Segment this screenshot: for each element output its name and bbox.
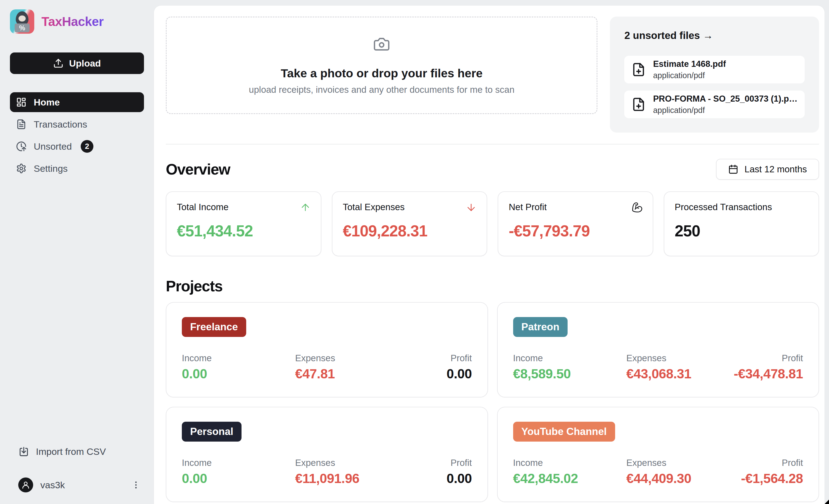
unsorted-files-link[interactable]: 2 unsorted files → (624, 30, 713, 41)
income-label: Income (182, 458, 295, 468)
expenses-label: Expenses (626, 353, 726, 363)
profit-label: Profit (726, 458, 803, 468)
sidebar-item-label: Home (34, 97, 60, 108)
dropzone-subtitle: upload receipts, invoices and any other … (249, 84, 514, 95)
dashboard-icon (16, 97, 27, 108)
upload-icon (53, 58, 64, 69)
profit-label: Profit (395, 458, 472, 468)
sidebar-item-transactions[interactable]: Transactions (10, 114, 144, 134)
unsorted-file-card[interactable]: Estimate 1468.pdf application/pdf (624, 56, 805, 83)
file-type: application/pdf (653, 71, 726, 80)
file-meta: Estimate 1468.pdf application/pdf (653, 59, 726, 80)
project-badge: YouTube Channel (513, 422, 615, 441)
period-selector-button[interactable]: Last 12 months (716, 159, 819, 180)
stat-label: Net Profit (509, 202, 642, 212)
logo-hood-art (16, 11, 29, 25)
sidebar: % TaxHacker Upload Home Transactions (0, 0, 154, 504)
arrow-up-icon (300, 202, 311, 213)
stat-value: €51,434.52 (177, 222, 310, 240)
file-name: PRO-FORMA - SO_25_00373 (1).p… (653, 94, 797, 104)
project-card-freelance[interactable]: Freelance Income 0.00 Expenses €47.81 Pr… (166, 302, 488, 397)
expenses-value: €43,068.31 (626, 366, 726, 381)
period-selector-label: Last 12 months (745, 164, 807, 175)
stat-label: Total Expenses (343, 202, 476, 212)
import-from-csv-label: Import from CSV (36, 446, 106, 457)
sidebar-item-home[interactable]: Home (10, 92, 144, 112)
project-badge: Personal (182, 422, 242, 441)
stat-value: 250 (675, 222, 808, 240)
project-card-personal[interactable]: Personal Income 0.00 Expenses €11,091.96… (166, 407, 488, 502)
file-plus-icon (632, 97, 646, 112)
sidebar-nav: Home Transactions Unsorted 2 Settings (10, 92, 144, 179)
project-metrics: Income 0.00 Expenses €47.81 Profit 0.00 (182, 353, 472, 381)
stat-card-net-profit: Net Profit -€57,793.79 (498, 191, 653, 256)
project-badge: Patreon (513, 317, 568, 337)
income-label: Income (513, 458, 626, 468)
sidebar-item-label: Settings (34, 163, 68, 174)
unsorted-files-panel: 2 unsorted files → Estimate 1468.pdf app… (610, 16, 819, 132)
import-from-csv-button[interactable]: Import from CSV (18, 446, 142, 457)
stat-label: Processed Transactions (675, 202, 808, 212)
upload-button[interactable]: Upload (10, 52, 144, 74)
user-row[interactable]: vas3k (18, 477, 142, 493)
expenses-value: €44,409.30 (626, 471, 726, 486)
project-metrics: Income €8,589.50 Expenses €43,068.31 Pro… (513, 353, 803, 381)
profit-value: -€34,478.81 (726, 366, 803, 381)
file-text-icon (16, 119, 27, 129)
profit-value: 0.00 (395, 366, 472, 381)
user-menu-button[interactable] (130, 478, 142, 491)
stats-row: Total Income €51,434.52 Total Expenses €… (166, 191, 819, 256)
mouse-cursor (825, 500, 829, 504)
app-logo: % (10, 9, 34, 34)
file-name: Estimate 1468.pdf (653, 59, 726, 69)
avatar (18, 477, 33, 493)
profit-label: Profit (395, 353, 472, 363)
sidebar-item-unsorted[interactable]: Unsorted 2 (10, 137, 144, 156)
ellipsis-vertical-icon (131, 480, 141, 490)
stat-value: -€57,793.79 (509, 222, 642, 240)
sidebar-item-settings[interactable]: Settings (10, 158, 144, 179)
arrow-down-icon (466, 202, 477, 213)
expenses-label: Expenses (295, 458, 395, 468)
sidebar-bottom: Import from CSV vas3k (10, 446, 144, 493)
main-panel: Take a photo or drop your files here upl… (154, 5, 825, 504)
stat-value: €109,228.31 (343, 222, 476, 240)
profit-label: Profit (726, 353, 803, 363)
user-name: vas3k (40, 480, 122, 491)
income-value: €42,845.02 (513, 471, 626, 486)
top-row: Take a photo or drop your files here upl… (166, 16, 819, 132)
taxhacker-dashboard: % TaxHacker Upload Home Transactions (0, 0, 829, 504)
profit-value: -€1,564.28 (726, 471, 803, 486)
file-dropzone[interactable]: Take a photo or drop your files here upl… (166, 16, 598, 114)
project-card-youtube-channel[interactable]: YouTube Channel Income €42,845.02 Expens… (497, 407, 819, 502)
unsorted-file-card[interactable]: PRO-FORMA - SO_25_00373 (1).p… applicati… (624, 90, 805, 118)
clock-arrow-up-icon (16, 141, 27, 152)
gear-icon (16, 163, 27, 174)
biceps-icon (632, 202, 643, 213)
dropzone-title: Take a photo or drop your files here (281, 67, 482, 80)
unsorted-count-badge: 2 (81, 140, 94, 153)
income-value: 0.00 (182, 471, 295, 486)
expenses-label: Expenses (295, 353, 395, 363)
expenses-value: €11,091.96 (295, 471, 395, 486)
upload-button-label: Upload (69, 58, 101, 69)
file-meta: PRO-FORMA - SO_25_00373 (1).p… applicati… (653, 94, 797, 115)
expenses-value: €47.81 (295, 366, 395, 381)
camera-icon (373, 36, 390, 54)
income-label: Income (513, 353, 626, 363)
stat-card-processed-transactions: Processed Transactions 250 (664, 191, 819, 256)
sidebar-item-label: Transactions (34, 119, 87, 130)
expenses-label: Expenses (626, 458, 726, 468)
overview-heading: Overview (166, 160, 230, 178)
overview-header-row: Overview Last 12 months (166, 159, 819, 180)
income-value: 0.00 (182, 366, 295, 381)
section-divider (166, 144, 819, 145)
stat-card-total-income: Total Income €51,434.52 (166, 191, 321, 256)
project-metrics: Income €42,845.02 Expenses €44,409.30 Pr… (513, 458, 803, 486)
project-badge: Freelance (182, 317, 246, 337)
project-card-patreon[interactable]: Patreon Income €8,589.50 Expenses €43,06… (497, 302, 819, 397)
file-plus-icon (632, 63, 646, 77)
logo-row: % TaxHacker (10, 9, 144, 34)
calendar-icon (728, 164, 738, 175)
project-metrics: Income 0.00 Expenses €11,091.96 Profit 0… (182, 458, 472, 486)
